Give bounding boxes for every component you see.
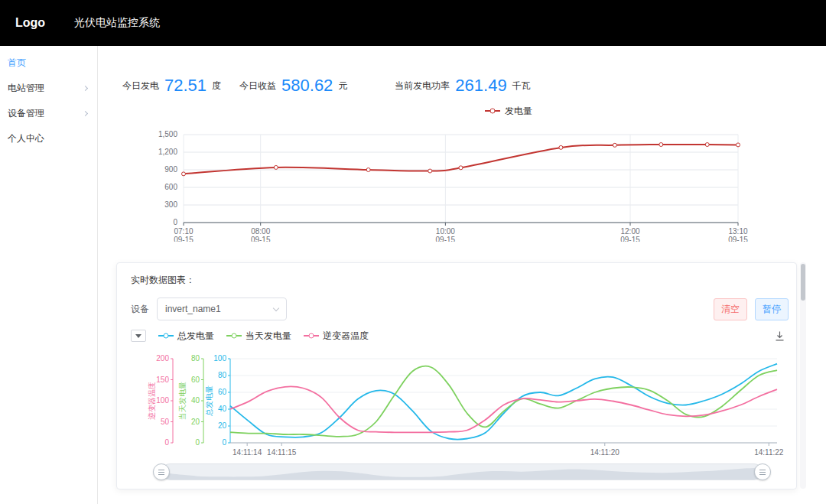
stat-label: 当前发电功率 xyxy=(395,80,450,93)
svg-text:14:11:22: 14:11:22 xyxy=(754,448,784,457)
chevron-right-icon xyxy=(83,86,88,91)
device-select-value: invert_name1 xyxy=(165,304,221,314)
legend-item-total-generation[interactable]: 总发电量 xyxy=(158,330,214,343)
stat-label: 今日发电 xyxy=(122,80,159,93)
logo[interactable]: Logo xyxy=(15,16,45,30)
legend-label: 发电量 xyxy=(505,105,532,118)
top-navbar: Logo 光伏电站监控系统 xyxy=(0,0,826,46)
svg-text:0: 0 xyxy=(173,218,177,226)
datazoom-left-handle[interactable] xyxy=(153,463,170,480)
stat-unit: 千瓦 xyxy=(512,80,531,93)
legend-marker-icon xyxy=(485,110,500,112)
svg-text:600: 600 xyxy=(164,183,177,191)
svg-text:20: 20 xyxy=(218,421,227,430)
legend-marker-icon xyxy=(158,335,174,337)
sidebar-item-label: 首页 xyxy=(8,57,26,68)
svg-text:14:11:20: 14:11:20 xyxy=(590,448,620,457)
sidebar: 首页 电站管理 设备管理 个人中心 xyxy=(0,46,98,504)
datazoom-track[interactable] xyxy=(161,463,763,480)
download-icon[interactable] xyxy=(774,330,785,342)
svg-text:09-15: 09-15 xyxy=(174,236,193,242)
stat-label: 今日收益 xyxy=(239,80,276,93)
daily-generation-chart: 03006009001,2001,50007:1009-1508:0009-15… xyxy=(98,119,824,242)
legend-marker-icon xyxy=(304,335,319,337)
svg-text:900: 900 xyxy=(164,165,177,174)
svg-text:80: 80 xyxy=(218,371,227,379)
svg-text:总发电量: 总发电量 xyxy=(205,385,213,416)
scrollbar-thumb[interactable] xyxy=(801,264,805,301)
legend-label: 当天发电量 xyxy=(246,330,291,343)
stat-today-income: 今日收益 580.62 元 xyxy=(239,76,347,96)
sidebar-item-label: 电站管理 xyxy=(8,83,44,93)
scrollbar[interactable] xyxy=(800,262,806,489)
stat-current-power: 当前发电功率 261.49 千瓦 xyxy=(395,76,530,96)
svg-text:14:11:15: 14:11:15 xyxy=(267,448,297,457)
legend-label: 总发电量 xyxy=(177,330,214,343)
svg-text:60: 60 xyxy=(191,376,200,384)
stats-row: 今日发电 72.51 度 今日收益 580.62 元 当前发电功率 261.49… xyxy=(122,73,826,98)
download-icon-glyph xyxy=(774,330,785,342)
sidebar-item-profile[interactable]: 个人中心 xyxy=(0,126,97,151)
svg-text:0: 0 xyxy=(195,438,200,447)
sidebar-item-label: 设备管理 xyxy=(8,108,44,119)
device-select[interactable]: invert_name1 xyxy=(157,298,287,320)
realtime-card-title: 实时数据图表： xyxy=(117,263,796,287)
svg-text:200: 200 xyxy=(156,354,169,363)
sidebar-item-home[interactable]: 首页 xyxy=(0,50,97,76)
triangle-down-icon xyxy=(135,334,141,338)
legend-item-inverter-temp[interactable]: 逆变器温度 xyxy=(304,330,369,343)
main-content: 今日发电 72.51 度 今日收益 580.62 元 当前发电功率 261.49… xyxy=(98,46,826,504)
svg-text:100: 100 xyxy=(156,396,169,405)
svg-text:07:10: 07:10 xyxy=(174,227,193,236)
legend-item-today-generation[interactable]: 当天发电量 xyxy=(226,330,291,343)
svg-text:14:11:14: 14:11:14 xyxy=(233,448,262,457)
svg-text:09-15: 09-15 xyxy=(251,236,271,242)
svg-text:09-15: 09-15 xyxy=(728,236,748,242)
svg-text:09-15: 09-15 xyxy=(620,236,640,242)
legend-label: 逆变器温度 xyxy=(323,330,369,343)
stat-today-generation: 今日发电 72.51 度 xyxy=(122,76,221,96)
svg-text:08:00: 08:00 xyxy=(251,227,270,236)
clear-button[interactable]: 清空 xyxy=(714,298,747,320)
svg-text:20: 20 xyxy=(191,418,200,426)
app-title: 光伏电站监控系统 xyxy=(74,16,160,30)
datazoom-slider[interactable] xyxy=(161,463,763,481)
svg-text:40: 40 xyxy=(191,396,200,405)
svg-text:100: 100 xyxy=(213,354,226,363)
svg-text:150: 150 xyxy=(156,376,169,384)
svg-text:50: 50 xyxy=(161,418,170,426)
stat-unit: 元 xyxy=(338,80,347,93)
chevron-right-icon xyxy=(83,111,88,116)
pause-button[interactable]: 暂停 xyxy=(755,298,789,320)
grip-icon xyxy=(158,472,164,473)
legend-marker-icon xyxy=(226,335,242,337)
device-row: 设备 invert_name1 清空 暂停 xyxy=(117,298,796,320)
svg-text:10:00: 10:00 xyxy=(436,227,455,236)
svg-text:80: 80 xyxy=(191,354,200,363)
svg-text:40: 40 xyxy=(218,405,227,413)
datazoom-right-handle[interactable] xyxy=(754,463,771,480)
svg-text:1,200: 1,200 xyxy=(158,148,177,156)
grip-icon xyxy=(759,472,766,473)
chart1-legend[interactable]: 发电量 xyxy=(145,106,826,116)
svg-text:300: 300 xyxy=(164,200,177,209)
stat-value: 580.62 xyxy=(281,76,333,96)
svg-text:13:10: 13:10 xyxy=(728,227,747,236)
svg-text:当天发电量: 当天发电量 xyxy=(178,382,187,420)
svg-text:09-15: 09-15 xyxy=(436,236,456,242)
svg-text:逆变器温度: 逆变器温度 xyxy=(148,382,156,420)
stat-unit: 度 xyxy=(212,80,221,93)
svg-text:0: 0 xyxy=(164,438,169,447)
page-layout: 首页 电站管理 设备管理 个人中心 今日发电 72.51 度 今日收益 580.… xyxy=(0,46,826,504)
chevron-down-icon xyxy=(273,304,279,311)
svg-text:0: 0 xyxy=(222,438,226,447)
sidebar-item-device-mgmt[interactable]: 设备管理 xyxy=(0,101,97,126)
datazoom-data-shadow xyxy=(162,464,762,480)
svg-text:12:00: 12:00 xyxy=(621,227,640,236)
svg-text:1,500: 1,500 xyxy=(158,130,177,138)
stat-value: 261.49 xyxy=(455,76,506,96)
sidebar-item-station-mgmt[interactable]: 电站管理 xyxy=(0,76,97,101)
legend-collapse-button[interactable] xyxy=(131,330,146,342)
chart2-legend-row: 总发电量 当天发电量 逆变器温度 xyxy=(117,330,796,342)
realtime-card: 实时数据图表： 设备 invert_name1 清空 暂停 总发电量 xyxy=(116,262,797,489)
